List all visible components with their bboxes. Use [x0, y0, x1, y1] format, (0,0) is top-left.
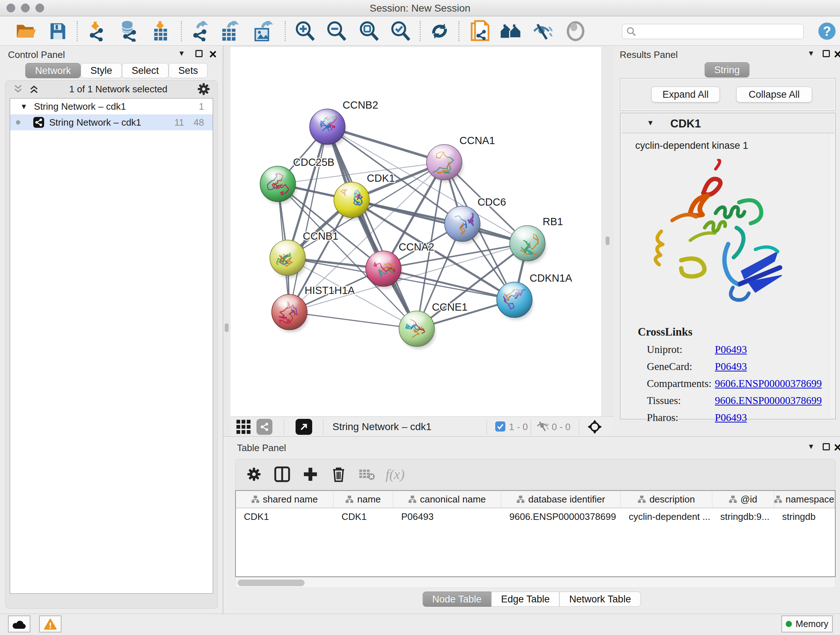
table-cell[interactable]: cyclin-dependent ... [621, 508, 712, 525]
panel-menu-icon[interactable]: ▼ [807, 442, 815, 451]
grid-view-button[interactable] [235, 419, 251, 435]
collapse-triangle-icon[interactable]: ▼ [647, 119, 654, 127]
cloud-button[interactable] [8, 616, 30, 632]
zoom-out-button[interactable] [323, 19, 350, 43]
table-settings-button[interactable] [240, 463, 268, 486]
network-view[interactable]: CCNB2CCNA1CDC25BCDK1CDC6RB1CCNB1CCNA2CDK… [231, 47, 601, 416]
new-network-from-selection-button[interactable] [466, 19, 494, 43]
panel-menu-icon[interactable]: ▼ [178, 49, 185, 57]
crosslink-link[interactable]: 9606.ENSP00000378699 [715, 378, 822, 390]
panel-menu-icon[interactable]: ▼ [807, 49, 815, 57]
memory-button[interactable]: Memory [782, 616, 833, 632]
table-row[interactable]: CDK1CDK1P064939606.ENSP00000378699cyclin… [236, 508, 835, 525]
show-columns-button[interactable] [268, 463, 296, 486]
import-table-button[interactable] [147, 19, 174, 43]
table-header-row: shared namenamecanonical namedatabase id… [236, 491, 835, 508]
delete-table-button[interactable] [353, 463, 381, 486]
tab-node-table[interactable]: Node Table [423, 592, 491, 607]
collapse-all-button[interactable]: Collapse All [736, 87, 812, 103]
column-header-shared-name[interactable]: shared name [236, 491, 333, 508]
crosshair-icon[interactable] [587, 419, 603, 435]
network-edge[interactable] [384, 269, 515, 300]
float-panel-icon[interactable] [195, 50, 202, 57]
share-view-button[interactable] [256, 419, 272, 435]
column-header-description[interactable]: description [621, 491, 712, 508]
network-edge[interactable] [327, 127, 417, 329]
help-button[interactable]: ? [813, 19, 840, 43]
tab-sets[interactable]: Sets [169, 63, 208, 78]
network-row-selected[interactable]: String Network – cdk1 11 48 [10, 114, 213, 130]
network-graph[interactable]: CCNB2CCNA1CDC25BCDK1CDC6RB1CCNB1CCNA2CDK… [231, 47, 601, 416]
zoom-in-button[interactable] [291, 19, 319, 43]
table-cell[interactable]: stringdb [774, 508, 835, 525]
search-input[interactable] [622, 24, 804, 39]
crosslink-link[interactable]: P06493 [715, 412, 747, 424]
tab-edge-table[interactable]: Edge Table [491, 592, 560, 607]
zoom-fit-button[interactable] [355, 19, 383, 43]
table-cell[interactable]: CDK1 [333, 508, 393, 525]
column-header-namespace[interactable]: namespace [774, 491, 835, 508]
tab-select[interactable]: Select [122, 63, 169, 78]
hidden-eye-icon[interactable] [536, 420, 549, 432]
warnings-button[interactable] [39, 616, 62, 632]
expand-all-icon[interactable] [28, 84, 39, 95]
export-network-button[interactable] [187, 19, 214, 43]
results-scrollbar[interactable] [829, 134, 834, 418]
left-splitter-handle[interactable] [225, 323, 229, 332]
hidden-counter: 0 - 0 [552, 421, 570, 432]
tab-string[interactable]: String [704, 62, 750, 78]
tab-network-table[interactable]: Network Table [560, 592, 641, 607]
zoom-fit-icon [358, 21, 379, 42]
export-table-button[interactable] [216, 19, 244, 43]
float-panel-icon[interactable] [823, 443, 830, 450]
tab-style[interactable]: Style [81, 63, 122, 78]
import-network-from-database-button[interactable] [115, 19, 142, 43]
crosslink-link[interactable]: 9606.ENSP00000378699 [715, 394, 822, 407]
column-header--id[interactable]: @id [712, 491, 774, 508]
open-session-button[interactable] [12, 19, 40, 43]
selected-checkbox-icon[interactable] [495, 421, 505, 432]
edge-count: 48 [194, 117, 204, 128]
gene-section-header[interactable]: ▼ CDK1 [622, 114, 834, 133]
collapse-triangle-icon[interactable]: ▼ [20, 103, 27, 111]
scrollbar-thumb[interactable] [238, 580, 305, 586]
tab-network[interactable]: Network [25, 63, 81, 78]
save-session-button[interactable] [44, 19, 72, 43]
first-neighbors-button[interactable] [497, 19, 524, 43]
graphics-details-button[interactable] [562, 19, 589, 43]
column-header-name[interactable]: name [333, 491, 393, 508]
table-cell[interactable]: CDK1 [236, 508, 333, 525]
apply-layout-button[interactable] [426, 19, 453, 43]
crosslink-link[interactable]: P06493 [715, 361, 747, 372]
table-cell[interactable]: 9606.ENSP00000378699 [501, 508, 621, 525]
close-panel-icon[interactable]: × [834, 51, 840, 58]
right-splitter-handle[interactable] [606, 236, 609, 245]
export-image-button[interactable] [249, 19, 277, 43]
table-hscrollbar[interactable] [235, 578, 836, 588]
crosslink-link[interactable]: P06493 [715, 344, 747, 356]
open-in-window-button[interactable] [295, 419, 312, 435]
zoom-selected-button[interactable] [387, 19, 414, 43]
node-label-ccna1: CCNA1 [459, 135, 495, 146]
close-panel-icon[interactable]: × [209, 51, 217, 58]
node-label-cdc25b: CDC25B [293, 157, 334, 168]
delete-column-button[interactable] [325, 463, 353, 486]
network-collection-row[interactable]: ▼ String Network – cdk1 1 [10, 98, 213, 114]
import-network-button[interactable] [83, 19, 111, 43]
node-table[interactable]: shared namenamecanonical namedatabase id… [235, 490, 836, 577]
network-document-icon [470, 20, 490, 42]
hide-selected-button[interactable] [529, 19, 556, 43]
column-header-canonical-name[interactable]: canonical name [393, 491, 501, 508]
table-cell[interactable]: stringdb:9... [712, 508, 774, 525]
create-column-button[interactable] [296, 463, 325, 486]
function-builder-button[interactable]: f(x) [381, 463, 409, 486]
close-panel-icon[interactable]: × [834, 444, 840, 451]
column-header-database-identifier[interactable]: database identifier [501, 491, 621, 508]
control-panel-title: Control Panel [8, 49, 65, 60]
network-edge[interactable] [289, 312, 417, 329]
gear-icon[interactable] [197, 82, 210, 96]
collapse-all-icon[interactable] [13, 84, 24, 95]
table-cell[interactable]: P06493 [393, 508, 501, 525]
float-panel-icon[interactable] [823, 50, 830, 57]
expand-all-button[interactable]: Expand All [651, 87, 720, 103]
